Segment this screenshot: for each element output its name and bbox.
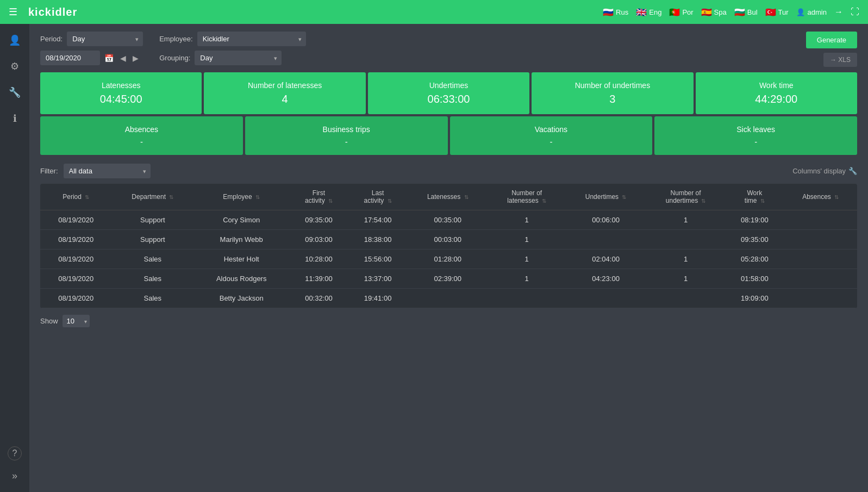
col-num-undertimes[interactable]: Number ofundertimes ⇅ bbox=[646, 184, 725, 210]
filter-select[interactable]: All data bbox=[64, 164, 151, 178]
cell-absences bbox=[784, 269, 857, 289]
cell-period: 08/19/2020 bbox=[40, 289, 111, 308]
col-latenesses[interactable]: Latenesses ⇅ bbox=[407, 184, 488, 210]
stat-work-time-value: 44:29:00 bbox=[702, 93, 851, 105]
sidebar-item-settings[interactable]: ⚙ bbox=[4, 55, 26, 77]
cell-absences bbox=[784, 230, 857, 250]
cell-last_activity: 18:38:00 bbox=[348, 230, 408, 250]
stat-cards: Latenesses 04:45:00 Number of latenesses… bbox=[40, 72, 857, 114]
columns-display-button[interactable]: Columns' display 🔧 bbox=[792, 167, 857, 175]
hamburger-menu[interactable]: ☰ bbox=[9, 6, 17, 18]
date-input[interactable] bbox=[40, 51, 100, 65]
cell-num_undertimes bbox=[646, 230, 725, 250]
lang-por[interactable]: 🇵🇹Por bbox=[669, 7, 693, 17]
logout-icon[interactable]: → bbox=[834, 7, 843, 17]
cell-department: Sales bbox=[111, 269, 193, 289]
cell-work_time: 19:09:00 bbox=[725, 289, 784, 308]
filter-left: Filter: All data bbox=[40, 164, 151, 178]
cell-period: 08/19/2020 bbox=[40, 250, 111, 269]
cell-undertimes: 04:23:00 bbox=[565, 269, 646, 289]
info-absences-title: Absences bbox=[47, 125, 236, 134]
cell-num_undertimes bbox=[646, 289, 725, 308]
sidebar-item-tools[interactable]: 🔧 bbox=[4, 82, 26, 103]
top-navigation: ☰ kickidler 🇷🇺Rus 🇬🇧Eng 🇵🇹Por 🇪🇸Spa 🇧🇬Bu… bbox=[0, 0, 868, 24]
cell-first_activity: 09:03:00 bbox=[289, 230, 348, 250]
employee-select[interactable]: Kickidler bbox=[197, 32, 306, 46]
grouping-select[interactable]: Day bbox=[195, 51, 282, 65]
info-card-vacations: Vacations - bbox=[450, 116, 653, 155]
table-row: 08/19/2020SupportCory Simon09:35:0017:54… bbox=[40, 210, 857, 230]
sidebar-item-info[interactable]: ℹ bbox=[4, 108, 26, 129]
info-business-trips-value: - bbox=[252, 137, 441, 146]
cell-employee: Hester Holt bbox=[193, 250, 289, 269]
cell-first_activity: 00:32:00 bbox=[289, 289, 348, 308]
col-period[interactable]: Period ⇅ bbox=[40, 184, 111, 210]
xls-button[interactable]: → XLS bbox=[823, 53, 857, 67]
col-last-activity[interactable]: Lastactivity ⇅ bbox=[348, 184, 408, 210]
col-first-activity[interactable]: Firstactivity ⇅ bbox=[289, 184, 348, 210]
filter-select-wrap: All data bbox=[64, 164, 151, 178]
cell-latenesses: 01:28:00 bbox=[407, 250, 488, 269]
lang-tur[interactable]: 🇹🇷Tur bbox=[765, 7, 789, 17]
cell-latenesses: 02:39:00 bbox=[407, 269, 488, 289]
stat-num-undertimes-title: Number of undertimes bbox=[538, 81, 686, 90]
wrench-icon: 🔧 bbox=[848, 167, 857, 175]
cell-employee: Aldous Rodgers bbox=[193, 269, 289, 289]
period-select-wrap: Day bbox=[67, 32, 143, 46]
cell-num_latenesses: 1 bbox=[488, 210, 565, 230]
col-absences[interactable]: Absences ⇅ bbox=[784, 184, 857, 210]
cell-work_time: 09:35:00 bbox=[725, 230, 784, 250]
cell-first_activity: 10:28:00 bbox=[289, 250, 348, 269]
logo: kickidler bbox=[28, 6, 77, 18]
lang-bul[interactable]: 🇧🇬Bul bbox=[734, 7, 758, 17]
cell-department: Support bbox=[111, 210, 193, 230]
table-row: 08/19/2020SupportMarilyn Webb09:03:0018:… bbox=[40, 230, 857, 250]
col-undertimes[interactable]: Undertimes ⇅ bbox=[565, 184, 646, 210]
admin-menu[interactable]: 👤 admin bbox=[796, 8, 827, 16]
cell-num_latenesses bbox=[488, 289, 565, 308]
cell-first_activity: 11:39:00 bbox=[289, 269, 348, 289]
sidebar: 👤 ⚙ 🔧 ℹ ? » bbox=[0, 24, 29, 492]
info-absences-value: - bbox=[47, 137, 236, 146]
stat-card-work-time: Work time 44:29:00 bbox=[696, 72, 857, 114]
stat-card-undertimes: Undertimes 06:33:00 bbox=[368, 72, 529, 114]
cell-first_activity: 09:35:00 bbox=[289, 210, 348, 230]
info-sick-leaves-value: - bbox=[661, 137, 851, 146]
info-card-absences: Absences - bbox=[40, 116, 243, 155]
lang-eng[interactable]: 🇬🇧Eng bbox=[636, 7, 661, 17]
sidebar-item-people[interactable]: 👤 bbox=[4, 29, 26, 51]
cell-department: Sales bbox=[111, 250, 193, 269]
calendar-icon[interactable]: 📅 bbox=[102, 52, 116, 65]
sidebar-item-help[interactable]: ? bbox=[8, 446, 22, 460]
info-vacations-value: - bbox=[457, 137, 646, 146]
show-label: Show bbox=[40, 317, 58, 325]
generate-button[interactable]: Generate bbox=[806, 32, 857, 48]
cell-latenesses bbox=[407, 289, 488, 308]
main-layout: 👤 ⚙ 🔧 ℹ ? » Period: Day bbox=[0, 24, 868, 492]
grouping-select-wrap: Day bbox=[195, 51, 282, 65]
stat-card-num-latenesses: Number of latenesses 4 bbox=[204, 72, 365, 114]
fullscreen-icon[interactable]: ⛶ bbox=[851, 7, 859, 17]
table-row: 08/19/2020SalesBetty Jackson00:32:0019:4… bbox=[40, 289, 857, 308]
lang-rus[interactable]: 🇷🇺Rus bbox=[603, 7, 628, 17]
cell-num_undertimes: 1 bbox=[646, 210, 725, 230]
show-select[interactable]: 10 25 50 100 bbox=[63, 315, 90, 327]
next-date-icon[interactable]: ▶ bbox=[130, 52, 141, 65]
cell-absences bbox=[784, 289, 857, 308]
col-num-latenesses[interactable]: Number oflatenesses ⇅ bbox=[488, 184, 565, 210]
lang-spa[interactable]: 🇪🇸Spa bbox=[701, 7, 727, 17]
sidebar-item-expand[interactable]: » bbox=[4, 465, 26, 487]
cell-num_latenesses: 1 bbox=[488, 230, 565, 250]
col-work-time[interactable]: Worktime ⇅ bbox=[725, 184, 784, 210]
info-cards: Absences - Business trips - Vacations - … bbox=[40, 116, 857, 155]
col-department[interactable]: Department ⇅ bbox=[111, 184, 193, 210]
info-vacations-title: Vacations bbox=[457, 125, 646, 134]
cell-last_activity: 15:56:00 bbox=[348, 250, 408, 269]
period-select[interactable]: Day bbox=[67, 32, 143, 46]
col-employee[interactable]: Employee ⇅ bbox=[193, 184, 289, 210]
info-business-trips-title: Business trips bbox=[252, 125, 441, 134]
table-row: 08/19/2020SalesHester Holt10:28:0015:56:… bbox=[40, 250, 857, 269]
prev-date-icon[interactable]: ◀ bbox=[118, 52, 128, 65]
grouping-label: Grouping: bbox=[159, 54, 190, 62]
cell-period: 08/19/2020 bbox=[40, 269, 111, 289]
